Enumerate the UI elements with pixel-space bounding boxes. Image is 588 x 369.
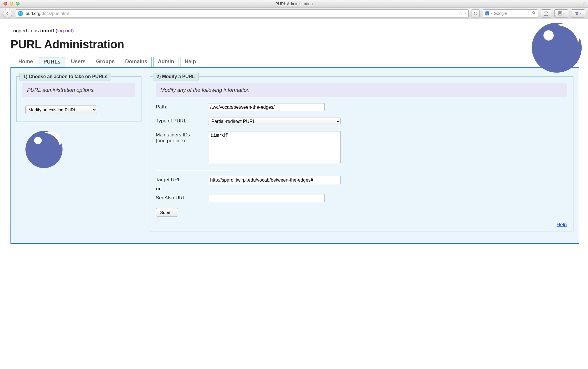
browser-search-box[interactable]: g ▾ Google — [483, 9, 538, 17]
input-path[interactable] — [208, 103, 325, 111]
window-title: PURL Administration — [275, 1, 313, 6]
search-icon[interactable] — [532, 11, 536, 16]
label-maintainers: Maintainers IDs (one per line): — [156, 131, 208, 144]
paren-open: ( — [54, 28, 57, 34]
row-type: Type of PURL: Partial-redirect PURL — [156, 117, 567, 125]
tab-bar: Home PURLs Users Groups Domains Admin He… — [10, 57, 579, 67]
input-seealso[interactable] — [208, 194, 325, 202]
tab-home[interactable]: Home — [14, 57, 37, 67]
tab-users[interactable]: Users — [67, 57, 90, 67]
purl-logo-large — [531, 22, 582, 73]
right-column: 2) Modify a PURL Modify any of the follo… — [150, 76, 573, 231]
tab-domains[interactable]: Domains — [121, 57, 152, 67]
choose-action-banner: PURL administration options. — [22, 83, 135, 97]
extension-button[interactable]: ▾ — [571, 9, 585, 17]
choose-action-legend: 1) Choose an action to take on PURLs — [20, 73, 111, 80]
back-button[interactable] — [3, 9, 12, 18]
row-seealso: SeeAlso URL: — [156, 194, 567, 202]
help-link[interactable]: Help — [557, 222, 567, 228]
home-button[interactable] — [541, 9, 551, 17]
window-titlebar: PURL Administration ⤢ — [0, 0, 588, 8]
svg-line-3 — [534, 13, 535, 14]
svg-point-13 — [34, 137, 42, 144]
bookmarks-icon — [558, 11, 562, 16]
action-select[interactable]: Modify an existing PURL — [25, 106, 97, 114]
left-column: 1) Choose an action to take on PURLs PUR… — [16, 76, 141, 168]
label-seealso: SeeAlso URL: — [156, 194, 208, 201]
back-arrow-icon — [6, 11, 10, 15]
paren-close: ) — [72, 28, 74, 34]
tab-groups[interactable]: Groups — [92, 57, 119, 67]
reload-button[interactable] — [472, 9, 480, 17]
window-resize-icon[interactable]: ⤢ — [582, 1, 586, 6]
tab-help[interactable]: Help — [180, 57, 200, 67]
textarea-maintainers[interactable]: timrdf — [208, 131, 341, 163]
row-path: Path: — [156, 103, 567, 111]
google-icon: g — [485, 11, 490, 16]
svg-point-11 — [543, 30, 554, 41]
window-minimize-button[interactable] — [10, 2, 13, 6]
modify-purl-legend: 2) Modify a PURL — [153, 73, 199, 80]
logout-link[interactable]: log out — [57, 28, 72, 34]
browser-toolbar: 🌐 purl.org/docs/purl.html ☆ ▾ g ▾ Google… — [0, 8, 588, 19]
row-maintainers: Maintainers IDs (one per line): timrdf — [156, 131, 567, 164]
login-prefix: Logged in as — [10, 28, 40, 34]
search-placeholder: Google — [494, 11, 532, 16]
tab-panel-purls: 1) Choose an action to take on PURLs PUR… — [10, 67, 579, 244]
dropdown-icon: ▾ — [563, 12, 565, 15]
input-target[interactable] — [208, 176, 341, 184]
modify-purl-banner: Modify any of the following information. — [156, 83, 567, 97]
page-title: PURL Administration — [10, 38, 579, 51]
modify-purl-fieldset: 2) Modify a PURL Modify any of the follo… — [150, 76, 573, 231]
purl-logo-small — [25, 131, 63, 168]
label-maintainers-l1: Maintainers IDs — [156, 132, 208, 138]
address-bar[interactable]: 🌐 purl.org/docs/purl.html ☆ ▾ — [15, 9, 469, 17]
search-engine-dropdown-icon[interactable]: ▾ — [491, 12, 493, 15]
submit-button[interactable]: Submit — [156, 208, 178, 217]
url-dropdown-icon[interactable]: ▾ — [464, 11, 466, 15]
url-host: purl.org — [26, 11, 40, 16]
login-status: Logged in as timrdf (log out) — [10, 28, 579, 34]
bookmarks-button[interactable]: ▾ — [554, 9, 568, 17]
tab-purls[interactable]: PURLs — [39, 57, 65, 67]
row-target: Target URL: — [156, 176, 567, 184]
label-maintainers-l2: (one per line): — [156, 138, 208, 144]
url-path: /docs/purl.html — [40, 11, 69, 16]
choose-action-fieldset: 1) Choose an action to take on PURLs PUR… — [16, 76, 141, 122]
select-type[interactable]: Partial-redirect PURL — [208, 117, 341, 125]
label-target: Target URL: — [156, 176, 208, 183]
dropdown-icon: ▾ — [580, 12, 582, 15]
label-type: Type of PURL: — [156, 117, 208, 124]
home-icon — [543, 11, 549, 16]
svg-point-2 — [532, 11, 534, 13]
divider — [156, 170, 231, 170]
svg-point-9 — [576, 13, 578, 15]
page-content: Logged in as timrdf (log out) PURL Admin… — [0, 19, 588, 363]
login-username: timrdf — [40, 28, 54, 34]
window-close-button[interactable] — [3, 2, 7, 6]
svg-point-7 — [575, 12, 577, 13]
svg-text:g: g — [486, 12, 488, 15]
extension-icon — [575, 11, 579, 16]
svg-point-8 — [577, 12, 578, 13]
window-traffic-lights — [0, 2, 20, 6]
window-zoom-button[interactable] — [16, 2, 20, 6]
label-path: Path: — [156, 103, 208, 110]
reload-icon — [473, 11, 478, 16]
bookmark-star-icon[interactable]: ☆ — [458, 10, 463, 16]
label-or: or — [156, 186, 567, 192]
globe-icon: 🌐 — [18, 11, 23, 16]
tab-admin[interactable]: Admin — [153, 57, 178, 67]
